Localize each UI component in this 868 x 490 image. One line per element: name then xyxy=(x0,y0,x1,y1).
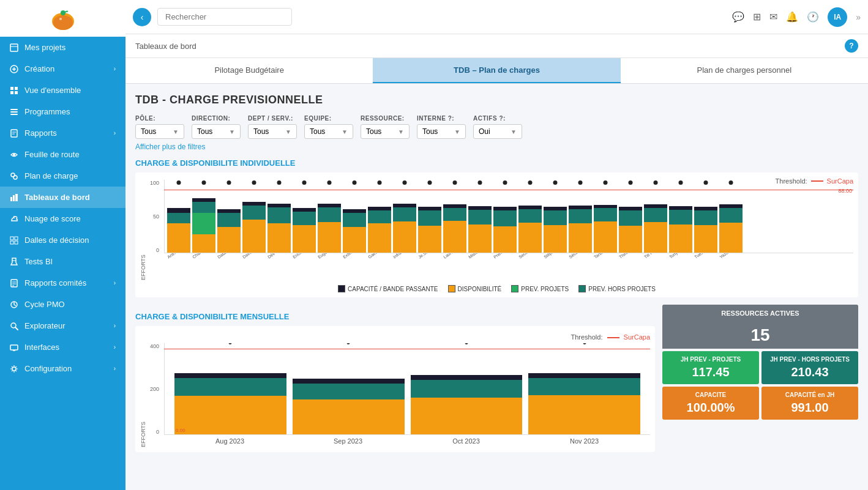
legend-disponibilite-label: DISPONIBILITÉ xyxy=(458,286,502,292)
sidebar-item-mes-projets[interactable]: Mes projets xyxy=(0,37,125,58)
bar-titi[interactable] xyxy=(644,180,667,253)
monthly-bar-sep[interactable] xyxy=(293,343,405,434)
monthly-x-label-sep: Sep 2023 xyxy=(292,437,404,445)
bar-stephanie[interactable] xyxy=(544,180,567,253)
bar-tarte[interactable] xyxy=(594,180,617,253)
monthly-bar-oct[interactable] xyxy=(411,343,523,434)
monthly-efforts-label: EFFORTS xyxy=(140,343,146,447)
filter-direction-select[interactable]: Tous ▼ xyxy=(192,124,241,139)
bar-infra[interactable] xyxy=(393,180,416,253)
sidebar-item-interfaces[interactable]: Interfaces › xyxy=(0,336,125,358)
legend-prev-projets-box xyxy=(511,285,518,292)
sidebar-item-dalles-de-decision[interactable]: Dalles de décision xyxy=(0,229,125,251)
filter-equipe: EQUIPE: Tous ▼ xyxy=(304,115,353,139)
bar-tues[interactable] xyxy=(694,180,717,253)
sidebar-item-rapports-comites[interactable]: Rapports comités › xyxy=(0,272,125,294)
bar-eugenie[interactable] xyxy=(318,180,341,253)
bell-icon[interactable]: 🔔 xyxy=(786,11,798,23)
bar-premier[interactable] xyxy=(493,180,517,253)
ressources-actives-label: RESSOURCES ACTIVES xyxy=(662,305,858,322)
bar-securite[interactable] xyxy=(569,180,592,253)
bar-data-gen[interactable] xyxy=(217,180,241,253)
bar-david-be[interactable] xyxy=(242,180,266,253)
sidebar-item-configuration[interactable]: Configuration › xyxy=(0,358,125,379)
chevron-down-icon: ▼ xyxy=(511,128,517,135)
svg-rect-11 xyxy=(10,111,18,113)
sidebar-item-programmes[interactable]: Programmes xyxy=(0,101,125,122)
legend-prev-hors-projets-box xyxy=(578,285,586,292)
filter-actifs: ACTIFS ?: Oui ▼ xyxy=(473,115,522,139)
monthly-x-label-oct: Oct 2023 xyxy=(410,437,522,445)
help-button[interactable]: ? xyxy=(845,39,858,53)
sidebar-item-nuage-de-score[interactable]: Nuage de score xyxy=(0,208,125,229)
sidebar-logo xyxy=(0,0,125,37)
sidebar-item-tests-bi[interactable]: Tests BI xyxy=(0,251,125,272)
filter-pole-select[interactable]: Tous ▼ xyxy=(135,124,184,139)
avatar[interactable]: IA xyxy=(828,7,847,27)
filter-pole: PÔLE: Tous ▼ xyxy=(135,115,184,139)
legend-disponibilite: DISPONIBILITÉ xyxy=(448,285,502,292)
page-title: TDB - CHARGE PREVISIONNELLE xyxy=(135,94,858,106)
tab-plan-charges[interactable]: TDB – Plan de charges xyxy=(373,58,620,83)
tab-pilotage[interactable]: Pilotage Budgétaire xyxy=(125,58,373,83)
more-filters-link[interactable]: Afficher plus de filtres xyxy=(135,143,858,151)
svg-point-1 xyxy=(53,15,73,30)
filter-ressource-value: Tous xyxy=(366,127,381,136)
sidebar-item-feuille-de-route[interactable]: Feuille de route xyxy=(0,144,125,165)
filter-dept-value: Tous xyxy=(253,127,269,136)
clock-icon[interactable]: 🕐 xyxy=(807,11,819,23)
filter-pole-label: PÔLE: xyxy=(135,115,184,122)
collapse-button[interactable]: » xyxy=(856,12,861,22)
sidebar-item-tableaux-de-bord[interactable]: Tableaux de bord xyxy=(0,187,125,208)
sidebar-item-creation[interactable]: Création › xyxy=(0,58,125,80)
chevron-down-icon: ▼ xyxy=(454,128,460,135)
filter-direction: DIRECTION: Tous ▼ xyxy=(192,115,241,139)
bar-laure[interactable] xyxy=(443,180,466,253)
bar-gaetan[interactable] xyxy=(368,180,391,253)
sidebar-item-label: Dalles de décision xyxy=(24,236,89,245)
bar-dev-gen[interactable] xyxy=(268,180,291,253)
tab-plan-charges-personnel[interactable]: Plan de charges personnel xyxy=(621,58,868,83)
filter-pole-value: Tous xyxy=(141,127,156,136)
bar-yaza[interactable] xyxy=(719,180,743,253)
chevron-icon: › xyxy=(114,280,116,286)
sidebar-item-label: Configuration xyxy=(24,364,72,373)
sidebar-item-explorateur[interactable]: Explorateur › xyxy=(0,315,125,336)
bar-anthony[interactable] xyxy=(167,180,190,253)
apps-icon[interactable]: ⊞ xyxy=(753,11,761,23)
filter-ressource-select[interactable]: Tous ▼ xyxy=(361,124,410,139)
filter-interne-select[interactable]: Tous ▼ xyxy=(417,124,466,139)
bar-erick[interactable] xyxy=(293,180,316,253)
capacite-label: CAPACITE xyxy=(667,392,754,398)
svg-rect-19 xyxy=(15,194,18,201)
filter-dept-select[interactable]: Tous ▼ xyxy=(248,124,297,139)
monthly-surcapa-label: SurCapa xyxy=(624,333,650,341)
sidebar-item-plan-de-charge[interactable]: Plan de charge xyxy=(0,165,125,187)
app-logo xyxy=(48,6,78,31)
chat-icon[interactable]: 💬 xyxy=(732,11,744,23)
sidebar-item-vue-ensemble[interactable]: Vue d'ensemble xyxy=(0,80,125,101)
sidebar-item-label: Vue d'ensemble xyxy=(24,86,81,95)
svg-point-28 xyxy=(12,367,16,371)
bar-third[interactable] xyxy=(619,180,642,253)
sidebar-item-rapports[interactable]: Rapports › xyxy=(0,122,125,144)
sidebar-item-cycle-pmo[interactable]: Cycle PMO xyxy=(0,294,125,315)
back-button[interactable]: ‹ xyxy=(133,8,151,26)
chevron-down-icon: ▼ xyxy=(229,128,235,135)
filter-actifs-value: Oui xyxy=(479,127,490,136)
bar-je-sais[interactable] xyxy=(418,180,441,253)
filter-equipe-select[interactable]: Tous ▼ xyxy=(304,124,353,139)
monthly-bar-nov[interactable] xyxy=(528,343,640,434)
bar-tony[interactable] xyxy=(669,180,692,253)
mail-icon[interactable]: ✉ xyxy=(769,11,777,23)
svg-rect-8 xyxy=(10,91,13,94)
sidebar-item-label: Explorateur xyxy=(24,321,65,330)
bar-externe[interactable] xyxy=(343,180,366,253)
bar-mister[interactable] xyxy=(468,180,492,253)
filter-equipe-label: EQUIPE: xyxy=(304,115,353,122)
bar-seconde[interactable] xyxy=(518,180,542,253)
bar-charly[interactable] xyxy=(192,180,215,253)
filter-actifs-select[interactable]: Oui ▼ xyxy=(473,124,522,139)
monthly-bar-aug[interactable]: 0.00 xyxy=(174,343,286,434)
search-input[interactable] xyxy=(157,8,292,26)
